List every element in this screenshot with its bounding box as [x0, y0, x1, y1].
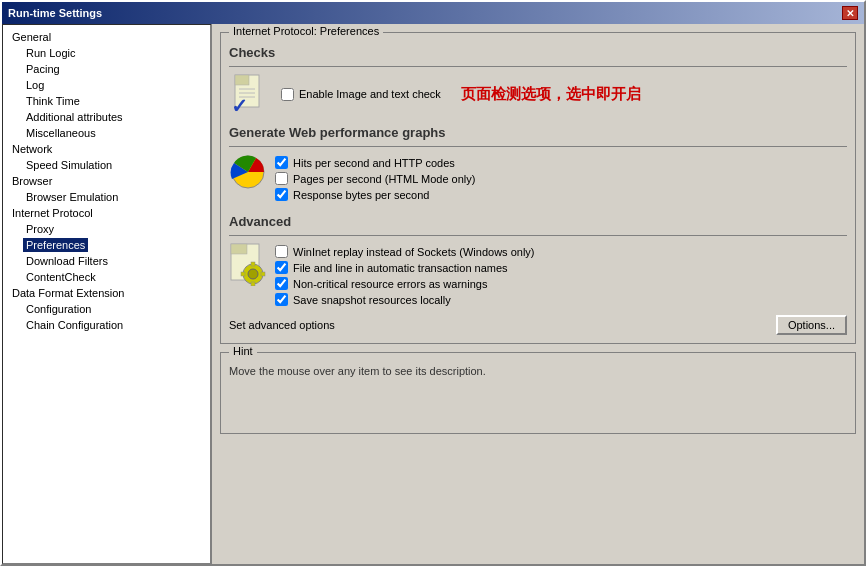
gear-document-icon — [229, 242, 267, 288]
svg-rect-12 — [251, 282, 255, 286]
save-snapshot-row: Save snapshot resources locally — [275, 293, 847, 306]
hits-label: Hits per second and HTTP codes — [293, 157, 455, 169]
checks-row: ✓ Enable Image and text check 页面检测选项，选中即… — [229, 73, 847, 115]
enable-image-text-check-row: Enable Image and text check — [281, 88, 441, 101]
advanced-section: Advanced — [229, 214, 847, 335]
non-critical-checkbox[interactable] — [275, 277, 288, 290]
checks-section: Checks — [229, 45, 847, 115]
advanced-title: Advanced — [229, 214, 847, 229]
hits-checkbox[interactable] — [275, 156, 288, 169]
sidebar-item-internet-protocol[interactable]: Internet Protocol — [3, 205, 210, 221]
sidebar-item-network[interactable]: Network — [3, 141, 210, 157]
enable-image-text-label: Enable Image and text check — [299, 88, 441, 100]
close-button[interactable]: ✕ — [842, 6, 858, 20]
window-title: Run-time Settings — [8, 7, 102, 19]
hint-title: Hint — [229, 345, 257, 357]
sidebar-item-think-time[interactable]: Think Time — [3, 93, 210, 109]
sidebar-item-pacing[interactable]: Pacing — [3, 61, 210, 77]
wininet-checkbox[interactable] — [275, 245, 288, 258]
non-critical-row: Non-critical resource errors as warnings — [275, 277, 847, 290]
svg-rect-1 — [235, 75, 249, 85]
sidebar-item-chain-configuration[interactable]: Chain Configuration — [3, 317, 210, 333]
file-line-row: File and line in automatic transaction n… — [275, 261, 847, 274]
save-snapshot-checkbox[interactable] — [275, 293, 288, 306]
sidebar-item-browser-emulation[interactable]: Browser Emulation — [3, 189, 210, 205]
advanced-with-icon: WinInet replay instead of Sockets (Windo… — [229, 242, 847, 309]
main-group-title: Internet Protocol: Preferences — [229, 25, 383, 37]
sidebar-item-run-logic[interactable]: Run Logic — [3, 45, 210, 61]
response-row: Response bytes per second — [275, 188, 847, 201]
pages-label: Pages per second (HTML Mode only) — [293, 173, 475, 185]
file-line-checkbox[interactable] — [275, 261, 288, 274]
set-advanced-label: Set advanced options — [229, 319, 335, 331]
pie-chart-icon — [229, 153, 267, 193]
pages-row: Pages per second (HTML Mode only) — [275, 172, 847, 185]
sidebar-item-download-filters[interactable]: Download Filters — [3, 253, 210, 269]
sidebar-item-speed-simulation[interactable]: Speed Simulation — [3, 157, 210, 173]
generate-section: Generate Web performance graphs — [229, 125, 847, 204]
enable-image-text-checkbox[interactable] — [281, 88, 294, 101]
window: Run-time Settings ✕ General Run Logic Pa… — [0, 0, 866, 566]
set-advanced-row: Set advanced options Options... — [229, 315, 847, 335]
hint-content: Move the mouse over any item to see its … — [229, 365, 847, 425]
generate-checkboxes: Hits per second and HTTP codes Pages per… — [275, 153, 847, 204]
content-area: General Run Logic Pacing Log Think Time … — [2, 24, 864, 564]
file-line-label: File and line in automatic transaction n… — [293, 262, 508, 274]
tree-panel: General Run Logic Pacing Log Think Time … — [2, 24, 212, 564]
main-group-box: Internet Protocol: Preferences Checks — [220, 32, 856, 344]
generate-title: Generate Web performance graphs — [229, 125, 847, 140]
sidebar-item-data-format-extension[interactable]: Data Format Extension — [3, 285, 210, 301]
svg-rect-8 — [231, 244, 247, 254]
wininet-row: WinInet replay instead of Sockets (Windo… — [275, 245, 847, 258]
checks-title: Checks — [229, 45, 847, 60]
advanced-checkboxes: WinInet replay instead of Sockets (Windo… — [275, 242, 847, 309]
svg-text:✓: ✓ — [231, 95, 248, 115]
titlebar: Run-time Settings ✕ — [2, 2, 864, 24]
wininet-label: WinInet replay instead of Sockets (Windo… — [293, 246, 535, 258]
options-button[interactable]: Options... — [776, 315, 847, 335]
generate-with-icon: Hits per second and HTTP codes Pages per… — [229, 153, 847, 204]
svg-point-10 — [248, 269, 258, 279]
response-checkbox[interactable] — [275, 188, 288, 201]
save-snapshot-label: Save snapshot resources locally — [293, 294, 451, 306]
svg-rect-14 — [261, 272, 265, 276]
non-critical-label: Non-critical resource errors as warnings — [293, 278, 487, 290]
sidebar-item-browser[interactable]: Browser — [3, 173, 210, 189]
sidebar-item-additional-attributes[interactable]: Additional attributes — [3, 109, 210, 125]
sidebar-item-proxy[interactable]: Proxy — [3, 221, 210, 237]
right-panel: Internet Protocol: Preferences Checks — [212, 24, 864, 564]
document-checkmark-icon: ✓ — [229, 73, 271, 115]
svg-rect-11 — [251, 262, 255, 266]
sidebar-item-preferences[interactable]: Preferences — [3, 237, 210, 253]
svg-rect-13 — [241, 272, 245, 276]
response-label: Response bytes per second — [293, 189, 429, 201]
sidebar-item-log[interactable]: Log — [3, 77, 210, 93]
chinese-annotation: 页面检测选项，选中即开启 — [461, 85, 641, 104]
hits-row: Hits per second and HTTP codes — [275, 156, 847, 169]
pages-checkbox[interactable] — [275, 172, 288, 185]
sidebar-item-miscellaneous[interactable]: Miscellaneous — [3, 125, 210, 141]
sidebar-item-configuration[interactable]: Configuration — [3, 301, 210, 317]
hint-box: Hint Move the mouse over any item to see… — [220, 352, 856, 434]
sidebar-item-general[interactable]: General — [3, 29, 210, 45]
sidebar-item-contentcheck[interactable]: ContentCheck — [3, 269, 210, 285]
